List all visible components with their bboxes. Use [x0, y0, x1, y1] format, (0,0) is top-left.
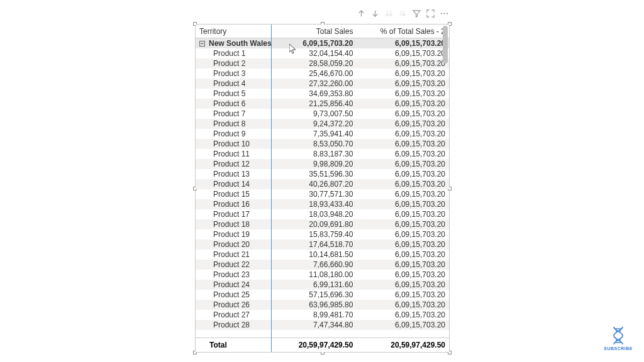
row-pct: 6,09,15,703.20	[357, 58, 449, 69]
col-territory[interactable]: Territory	[196, 25, 288, 38]
column-header-row: Territory Total Sales % of Total Sales -…	[196, 25, 449, 38]
matrix-visual[interactable]: Territory Total Sales % of Total Sales -…	[195, 24, 450, 353]
product-name: Product 4	[196, 79, 288, 89]
table-row[interactable]: Product 1618,93,433.406,09,15,703.20	[196, 199, 449, 209]
subscribe-label: SUBSCRIBE	[604, 346, 633, 351]
row-sales: 35,51,596.30	[288, 169, 357, 179]
table-row[interactable]: Product 1530,77,571.306,09,15,703.20	[196, 189, 449, 199]
row-pct: 6,09,15,703.20	[357, 69, 449, 79]
table-row[interactable]: Product 118,83,187.306,09,15,703.20	[196, 149, 449, 159]
product-name: Product 5	[196, 89, 288, 99]
svg-point-1	[443, 13, 445, 14]
total-sales: 20,59,97,429.50	[288, 338, 357, 353]
row-pct: 6,09,15,703.20	[357, 290, 449, 300]
territory-group-row[interactable]: −New South Wales 6,09,15,703.20 6,09,15,…	[196, 38, 449, 48]
col-total-sales[interactable]: Total Sales	[288, 25, 357, 38]
table-row[interactable]: Product 278,99,481.706,09,15,703.20	[196, 310, 449, 320]
table-row[interactable]: Product 1820,09,691.806,09,15,703.20	[196, 219, 449, 229]
product-name: Product 20	[196, 239, 288, 250]
table-row[interactable]: Product 1915,83,759.406,09,15,703.20	[196, 229, 449, 239]
row-pct: 6,09,15,703.20	[357, 48, 449, 58]
product-name: Product 24	[196, 280, 288, 290]
table-row[interactable]: Product 1440,26,807.206,09,15,703.20	[196, 179, 449, 189]
expand-next-level-icon[interactable]	[397, 8, 408, 18]
product-name: Product 26	[196, 300, 288, 310]
table-row[interactable]: Product 2557,15,696.306,09,15,703.20	[196, 290, 449, 300]
row-pct: 6,09,15,703.20	[357, 139, 449, 149]
filter-icon[interactable]	[411, 8, 421, 18]
table-row[interactable]: Product 2311,08,180.006,09,15,703.20	[196, 270, 449, 280]
svg-point-0	[440, 13, 441, 14]
table-row[interactable]: Product 246,99,131.606,09,15,703.20	[196, 280, 449, 290]
row-pct: 6,09,15,703.20	[357, 270, 449, 280]
row-sales: 27,32,260.00	[288, 79, 357, 89]
row-sales: 32,04,154.40	[288, 48, 357, 58]
expand-all-down-icon[interactable]	[384, 8, 394, 18]
table-row[interactable]: Product 97,35,941.406,09,15,703.20	[196, 129, 449, 139]
row-sales: 21,25,856.40	[288, 99, 357, 109]
table-row[interactable]: Product 1718,03,948.206,09,15,703.20	[196, 209, 449, 219]
vertical-scrollbar[interactable]	[443, 26, 448, 351]
row-sales: 7,35,941.40	[288, 129, 357, 139]
product-name: Product 27	[196, 310, 288, 320]
product-name: Product 6	[196, 99, 288, 109]
table-row[interactable]: Product 2110,14,681.506,09,15,703.20	[196, 250, 449, 260]
row-sales: 20,09,691.80	[288, 219, 357, 229]
table-row[interactable]: Product 621,25,856.406,09,15,703.20	[196, 99, 449, 109]
product-name: Product 17	[196, 209, 288, 219]
table-row[interactable]: Product 325,46,670.006,09,15,703.20	[196, 69, 449, 79]
row-pct: 6,09,15,703.20	[357, 300, 449, 310]
table-row[interactable]: Product 534,69,353.806,09,15,703.20	[196, 89, 449, 99]
row-pct: 6,09,15,703.20	[357, 199, 449, 209]
row-pct: 6,09,15,703.20	[357, 119, 449, 129]
row-pct: 6,09,15,703.20	[357, 229, 449, 239]
product-name: Product 16	[196, 199, 288, 209]
more-options-icon[interactable]	[439, 8, 449, 18]
row-sales: 28,58,059.20	[288, 58, 357, 69]
product-name: Product 7	[196, 109, 288, 119]
row-sales: 10,14,681.50	[288, 250, 357, 260]
row-pct: 6,09,15,703.20	[357, 169, 449, 179]
table-row[interactable]: Product 427,32,260.006,09,15,703.20	[196, 79, 449, 89]
row-pct: 6,09,15,703.20	[357, 79, 449, 89]
product-name: Product 15	[196, 189, 288, 199]
product-name: Product 28	[196, 320, 288, 330]
product-name: Product 12	[196, 159, 288, 169]
subscribe-watermark: SUBSCRIBE	[604, 326, 633, 351]
table-row[interactable]: Product 132,04,154.406,09,15,703.20	[196, 48, 449, 58]
table-row[interactable]: Product 287,47,344.806,09,15,703.20	[196, 320, 449, 330]
row-sales: 25,46,670.00	[288, 69, 357, 79]
table-row[interactable]: Product 79,73,007.506,09,15,703.20	[196, 109, 449, 119]
row-sales: 9,24,372.20	[288, 119, 357, 129]
row-pct: 6,09,15,703.20	[357, 239, 449, 250]
table-row[interactable]: Product 2017,64,518.706,09,15,703.20	[196, 239, 449, 250]
drill-up-icon[interactable]	[356, 8, 366, 18]
row-sales: 18,03,948.20	[288, 209, 357, 219]
row-sales: 8,53,050.70	[288, 139, 357, 149]
table-row[interactable]: Product 228,58,059.206,09,15,703.20	[196, 58, 449, 69]
table-row[interactable]: Product 227,66,660.906,09,15,703.20	[196, 260, 449, 270]
row-sales: 7,66,660.90	[288, 260, 357, 270]
product-name: Product 9	[196, 129, 288, 139]
row-pct: 6,09,15,703.20	[357, 280, 449, 290]
product-name: Product 22	[196, 260, 288, 270]
table-row[interactable]: Product 2663,96,985.806,09,15,703.20	[196, 300, 449, 310]
focus-mode-icon[interactable]	[425, 8, 435, 18]
row-pct: 6,09,15,703.20	[357, 209, 449, 219]
row-sales: 57,15,696.30	[288, 290, 357, 300]
product-name: Product 21	[196, 250, 288, 260]
product-name: Product 3	[196, 69, 288, 79]
table-row[interactable]: Product 108,53,050.706,09,15,703.20	[196, 139, 449, 149]
drill-down-icon[interactable]	[370, 8, 380, 18]
product-name: Product 23	[196, 270, 288, 280]
dna-icon	[609, 326, 628, 344]
table-row[interactable]: Product 89,24,372.206,09,15,703.20	[196, 119, 449, 129]
row-sales: 15,83,759.40	[288, 229, 357, 239]
table-row[interactable]: Product 129,98,809.206,09,15,703.20	[196, 159, 449, 169]
product-name: Product 1	[196, 48, 288, 58]
row-pct: 6,09,15,703.20	[357, 89, 449, 99]
col-pct-sales[interactable]: % of Total Sales - 2	[357, 25, 449, 38]
scroll-thumb[interactable]	[443, 26, 448, 63]
collapse-icon[interactable]: −	[199, 41, 205, 47]
table-row[interactable]: Product 1335,51,596.306,09,15,703.20	[196, 169, 449, 179]
